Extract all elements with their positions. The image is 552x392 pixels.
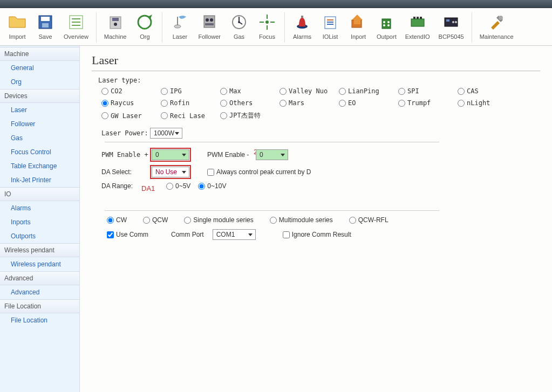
sidebar-item-outports[interactable]: Outports (0, 229, 79, 243)
toolbar-gas-button[interactable]: Gas (225, 10, 253, 42)
mode-radio[interactable] (143, 217, 150, 224)
pwm-enable-minus-dropdown[interactable]: 0 (256, 149, 288, 160)
toolbar-extendio-button[interactable]: ExtendIO (401, 10, 434, 42)
mode-cw[interactable]: CW (107, 216, 127, 224)
da-select-dropdown[interactable]: No Use (152, 167, 189, 177)
laser-type-max[interactable]: Max (220, 87, 280, 95)
laser-type-radio[interactable] (398, 88, 405, 95)
toolbar-org-button[interactable]: Org (131, 10, 159, 42)
toolbar-overview-button[interactable]: Overview (59, 10, 93, 42)
toolbar-follower-button[interactable]: Follower (194, 10, 225, 42)
laser-type-radio[interactable] (101, 88, 108, 95)
laser-type-trumpf[interactable]: Trumpf (398, 99, 458, 107)
peak-current-checkbox-label[interactable]: Always control peak current by D (207, 168, 311, 176)
toolbar-bcp5045-button[interactable]: BCP5045 (434, 10, 468, 42)
mode-radio[interactable] (349, 217, 356, 224)
da-range-radio[interactable] (166, 183, 173, 190)
toolbar-machine-button[interactable]: Machine (100, 10, 131, 42)
sidebar-item-advanced[interactable]: Advanced (0, 285, 79, 299)
sidebar-header-io[interactable]: IO (0, 187, 79, 201)
mode-multimodule-series[interactable]: Multimodule series (270, 216, 333, 224)
laser-type-nlight[interactable]: nLight (458, 99, 517, 107)
toolbar-separator (284, 12, 285, 43)
laser-type-others[interactable]: Others (220, 99, 280, 107)
laser-type-radio[interactable] (458, 88, 465, 95)
mode-radio[interactable] (270, 217, 277, 224)
toolbar-inport-button[interactable]: Inport (344, 10, 372, 42)
toolbar-iolist-button[interactable]: IOList (316, 10, 344, 42)
ignore-comm-checkbox[interactable] (283, 231, 290, 238)
toolbar-laser-button[interactable]: Laser (166, 10, 194, 42)
laser-type-co2[interactable]: CO2 (101, 87, 161, 95)
sidebar-header-wireless-pendant[interactable]: Wireless pendant (0, 243, 79, 257)
laser-type-option-label: Others (229, 99, 253, 107)
laser-type-radio[interactable] (398, 100, 405, 107)
mode-qcw[interactable]: QCW (143, 216, 168, 224)
laser-type-radio[interactable] (161, 112, 168, 119)
laser-type-radio[interactable] (339, 88, 346, 95)
laser-type-raycus[interactable]: Raycus (101, 99, 161, 107)
mode-single-module-series[interactable]: Single module series (184, 216, 253, 224)
laser-type-radio[interactable] (280, 100, 287, 107)
laser-type-radio[interactable] (220, 88, 227, 95)
laser-type-eo[interactable]: EO (339, 99, 398, 107)
mode-option-label: QCW-RFL (358, 216, 389, 224)
laser-type-rofin[interactable]: Rofin (161, 99, 220, 107)
laser-type-reci-lase[interactable]: Reci Lase (161, 111, 220, 120)
mode-radio[interactable] (184, 217, 191, 224)
sidebar-header-file-location[interactable]: File Location (0, 299, 79, 313)
sidebar-header-machine[interactable]: Machine (0, 47, 79, 61)
laser-type-cas[interactable]: CAS (458, 87, 517, 95)
sidebar-item-file-location[interactable]: File Location (0, 313, 79, 327)
laser-type-radio[interactable] (220, 100, 227, 107)
laser-type-radio[interactable] (220, 112, 227, 119)
sidebar-item-laser[interactable]: Laser (0, 103, 79, 117)
sidebar-item-alarms[interactable]: Alarms (0, 201, 79, 215)
svg-point-24 (265, 20, 269, 24)
da-range-05v[interactable]: 0~5V (166, 182, 190, 190)
comm-port-dropdown[interactable]: COM1 (213, 229, 256, 240)
ignore-comm-checkbox-label[interactable]: Ignore Comm Result (283, 231, 351, 238)
laser-type-jpt杰普特[interactable]: JPT杰普特 (220, 111, 280, 120)
sidebar-item-gas[interactable]: Gas (0, 131, 79, 145)
laser-type-ipg[interactable]: IPG (161, 87, 220, 95)
laser-type-radio[interactable] (101, 100, 108, 107)
laser-type-spi[interactable]: SPI (398, 87, 458, 95)
da-range-radio[interactable] (198, 183, 205, 190)
laser-type-radio[interactable] (101, 112, 108, 119)
laser-power-dropdown[interactable]: 1000W (150, 128, 182, 139)
pwm-enable-plus-dropdown[interactable]: 0 (152, 149, 189, 160)
sidebar-item-table-exchange[interactable]: Table Exchange (0, 159, 79, 173)
sidebar-item-wireless-pendant[interactable]: Wireless pendant (0, 257, 79, 271)
laser-type-lianping[interactable]: LianPing (339, 87, 398, 95)
use-comm-checkbox-label[interactable]: Use Comm (107, 231, 148, 238)
da-range-010v[interactable]: 0~10V (198, 182, 226, 190)
toolbar-import-button[interactable]: Import (3, 10, 31, 42)
laser-type-radio[interactable] (280, 88, 287, 95)
laser-type-radio[interactable] (458, 100, 465, 107)
laser-type-radio[interactable] (161, 88, 168, 95)
sidebar-item-inports[interactable]: Inports (0, 215, 79, 229)
sidebar-item-org[interactable]: Org (0, 75, 79, 89)
laser-type-mars[interactable]: Mars (280, 99, 339, 107)
laser-type-radio[interactable] (339, 100, 346, 107)
sidebar-header-devices[interactable]: Devices (0, 89, 79, 103)
sidebar-item-ink-jet-printer[interactable]: Ink-Jet Printer (0, 173, 79, 187)
sidebar-item-focus-control[interactable]: Focus Control (0, 145, 79, 159)
mode-radio[interactable] (107, 217, 114, 224)
laser-type-radio[interactable] (161, 100, 168, 107)
laser-type-valley-nuo[interactable]: Valley Nuo (280, 87, 339, 95)
toolbar-alarms-button[interactable]: Alarms (288, 10, 316, 42)
mode-qcw-rfl[interactable]: QCW-RFL (349, 216, 389, 224)
toolbar-maintenance-button[interactable]: Maintenance (475, 10, 518, 42)
sidebar-item-follower[interactable]: Follower (0, 117, 79, 131)
toolbar-save-button[interactable]: Save (31, 10, 59, 42)
use-comm-checkbox[interactable] (107, 231, 114, 238)
sidebar-header-advanced[interactable]: Advanced (0, 271, 79, 285)
toolbar-outport-button[interactable]: Outport (372, 10, 401, 42)
peak-current-checkbox[interactable] (207, 169, 214, 176)
sidebar-item-general[interactable]: General (0, 61, 79, 75)
laser-type-gw-laser[interactable]: GW Laser (101, 111, 161, 120)
toolbar-focus-button[interactable]: Focus (253, 10, 281, 42)
comm-row: Use Comm Comm Port COM1 Ignore Comm Resu… (107, 229, 540, 240)
